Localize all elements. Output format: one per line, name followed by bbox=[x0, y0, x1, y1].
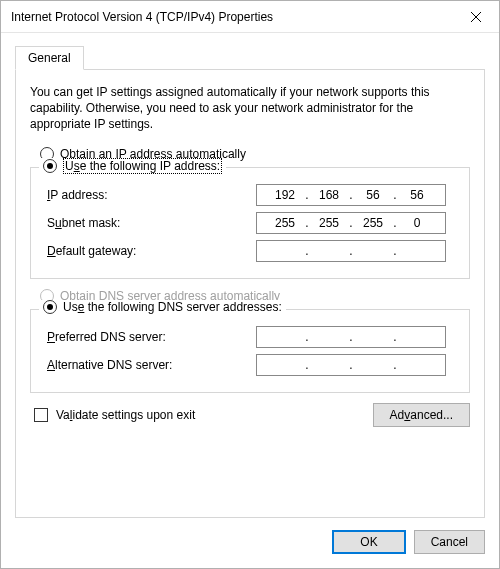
close-button[interactable] bbox=[453, 2, 499, 32]
field-label: Alternative DNS server: bbox=[41, 358, 256, 372]
validate-on-exit-checkbox[interactable]: Validate settings upon exit bbox=[34, 408, 195, 422]
field-alternate-dns: Alternative DNS server: . . . bbox=[41, 354, 459, 376]
radio-label: Use the following DNS server addresses: bbox=[63, 300, 282, 314]
tab-general[interactable]: General bbox=[15, 46, 84, 70]
radio-icon bbox=[43, 300, 57, 314]
ip-octet[interactable]: 168 bbox=[312, 188, 346, 202]
radio-use-dns-manual[interactable]: Use the following DNS server addresses: bbox=[39, 300, 286, 314]
field-ip-address: IP address: 192. 168. 56. 56 bbox=[41, 184, 459, 206]
radio-use-ip-manual[interactable]: Use the following IP address: bbox=[39, 158, 226, 174]
tabstrip: General bbox=[15, 46, 485, 70]
checkbox-icon bbox=[34, 408, 48, 422]
bottom-row: Validate settings upon exit Advanced... bbox=[30, 403, 470, 427]
ip-octet[interactable]: 56 bbox=[356, 188, 390, 202]
field-default-gateway: Default gateway: . . . bbox=[41, 240, 459, 262]
intro-text: You can get IP settings assigned automat… bbox=[30, 84, 470, 133]
checkbox-label: Validate settings upon exit bbox=[56, 408, 195, 422]
dialog-window: Internet Protocol Version 4 (TCP/IPv4) P… bbox=[0, 0, 500, 569]
dialog-body: General You can get IP settings assigned… bbox=[1, 33, 499, 518]
group-dns-manual: Use the following DNS server addresses: … bbox=[30, 309, 470, 393]
ip-octet[interactable]: 255 bbox=[356, 216, 390, 230]
cancel-button[interactable]: Cancel bbox=[414, 530, 485, 554]
default-gateway-input[interactable]: . . . bbox=[256, 240, 446, 262]
ip-octet[interactable]: 56 bbox=[400, 188, 434, 202]
group-ip-manual: Use the following IP address: IP address… bbox=[30, 167, 470, 279]
subnet-mask-input[interactable]: 255. 255. 255. 0 bbox=[256, 212, 446, 234]
titlebar: Internet Protocol Version 4 (TCP/IPv4) P… bbox=[1, 1, 499, 33]
radio-icon bbox=[43, 159, 57, 173]
alternate-dns-input[interactable]: . . . bbox=[256, 354, 446, 376]
field-label: Preferred DNS server: bbox=[41, 330, 256, 344]
field-label: IP address: bbox=[41, 188, 256, 202]
window-title: Internet Protocol Version 4 (TCP/IPv4) P… bbox=[11, 10, 453, 24]
advanced-button[interactable]: Advanced... bbox=[373, 403, 470, 427]
dialog-footer: OK Cancel bbox=[1, 518, 499, 568]
close-icon bbox=[471, 12, 481, 22]
field-subnet-mask: Subnet mask: 255. 255. 255. 0 bbox=[41, 212, 459, 234]
field-label: Default gateway: bbox=[41, 244, 256, 258]
ip-octet[interactable]: 255 bbox=[312, 216, 346, 230]
ip-octet[interactable]: 255 bbox=[268, 216, 302, 230]
ok-button[interactable]: OK bbox=[332, 530, 405, 554]
ip-address-input[interactable]: 192. 168. 56. 56 bbox=[256, 184, 446, 206]
ip-octet[interactable]: 0 bbox=[400, 216, 434, 230]
ip-octet[interactable]: 192 bbox=[268, 188, 302, 202]
field-preferred-dns: Preferred DNS server: . . . bbox=[41, 326, 459, 348]
tabpanel-general: You can get IP settings assigned automat… bbox=[15, 69, 485, 518]
field-label: Subnet mask: bbox=[41, 216, 256, 230]
preferred-dns-input[interactable]: . . . bbox=[256, 326, 446, 348]
radio-label: Use the following IP address: bbox=[63, 158, 222, 174]
